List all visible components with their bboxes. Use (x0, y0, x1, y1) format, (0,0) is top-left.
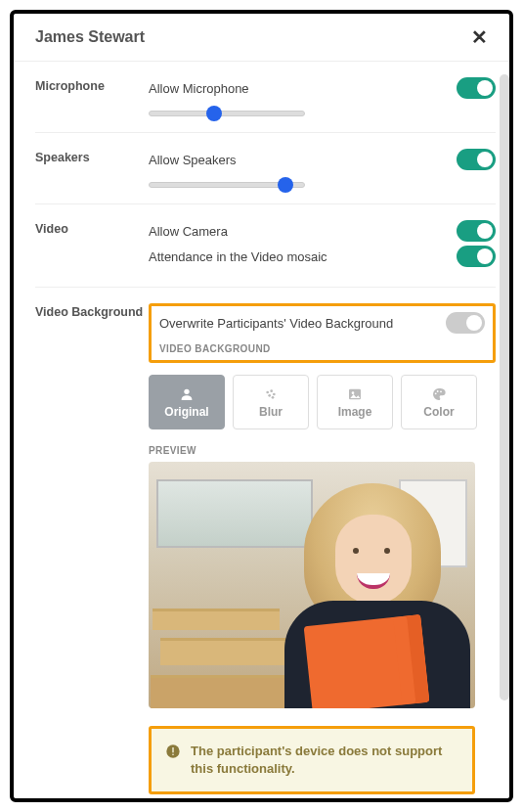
video-background-label: Video Background (35, 303, 149, 319)
microphone-label: Microphone (35, 77, 149, 93)
svg-point-4 (268, 394, 271, 397)
dialog-frame: James Stewart ✕ Microphone Allow Microph… (10, 10, 513, 802)
overwrite-highlight: Overwrite Participants' Video Background… (149, 303, 496, 363)
background-option-original[interactable]: Original (149, 375, 225, 429)
overwrite-background-toggle[interactable] (446, 312, 485, 334)
preview-caption: PREVIEW (149, 445, 496, 456)
scrollbar[interactable] (500, 74, 509, 700)
svg-point-2 (270, 389, 273, 392)
palette-icon (431, 386, 447, 402)
background-option-label: Original (164, 405, 208, 419)
dialog-content: Microphone Allow Microphone Speakers All… (14, 62, 509, 802)
allow-microphone-toggle[interactable] (457, 77, 496, 99)
video-mosaic-toggle[interactable] (457, 246, 496, 267)
svg-point-5 (272, 396, 275, 399)
image-icon (347, 386, 363, 402)
microphone-volume-slider[interactable] (149, 111, 305, 116)
svg-point-1 (266, 390, 269, 393)
svg-point-7 (352, 391, 355, 394)
person-icon (179, 386, 195, 402)
background-option-label: Image (338, 405, 372, 419)
overwrite-background-label: Overwrite Participants' Video Background (159, 316, 393, 331)
svg-rect-12 (172, 747, 173, 752)
allow-microphone-label: Allow Microphone (149, 81, 249, 96)
background-options: Original Blur Image Color (149, 375, 496, 429)
video-background-row: Video Background Overwrite Participants'… (35, 288, 496, 802)
warning-text: The participant's device does not suppor… (191, 743, 458, 778)
allow-camera-label: Allow Camera (149, 224, 228, 239)
warning-icon (165, 744, 181, 759)
speakers-label: Speakers (35, 149, 149, 164)
allow-speakers-toggle[interactable] (457, 149, 496, 170)
video-preview (149, 462, 475, 708)
device-unsupported-warning: The participant's device does not suppor… (149, 726, 475, 794)
svg-point-0 (184, 388, 189, 393)
video-mosaic-label: Attendance in the Video mosaic (149, 249, 327, 264)
close-button[interactable]: ✕ (471, 27, 488, 47)
svg-point-9 (437, 390, 439, 392)
allow-speakers-label: Allow Speakers (149, 153, 237, 167)
dialog-header: James Stewart ✕ (14, 14, 509, 62)
background-option-label: Color (423, 405, 454, 419)
svg-point-10 (440, 390, 442, 392)
microphone-row: Microphone Allow Microphone (35, 62, 496, 133)
allow-camera-toggle[interactable] (457, 220, 496, 242)
video-label: Video (35, 220, 149, 236)
background-option-image[interactable]: Image (317, 375, 393, 429)
background-option-blur[interactable]: Blur (233, 375, 309, 429)
svg-point-8 (435, 392, 437, 394)
video-row: Video Allow Camera Attendance in the Vid… (35, 204, 496, 288)
svg-point-3 (273, 392, 276, 395)
speakers-row: Speakers Allow Speakers (35, 133, 496, 204)
speakers-volume-slider[interactable] (149, 182, 305, 188)
background-option-label: Blur (259, 405, 283, 419)
video-background-caption: VIDEO BACKGROUND (159, 343, 485, 354)
blur-icon (263, 386, 279, 402)
dialog-title: James Stewart (35, 28, 145, 46)
svg-rect-13 (172, 754, 173, 755)
background-option-color[interactable]: Color (401, 375, 477, 429)
